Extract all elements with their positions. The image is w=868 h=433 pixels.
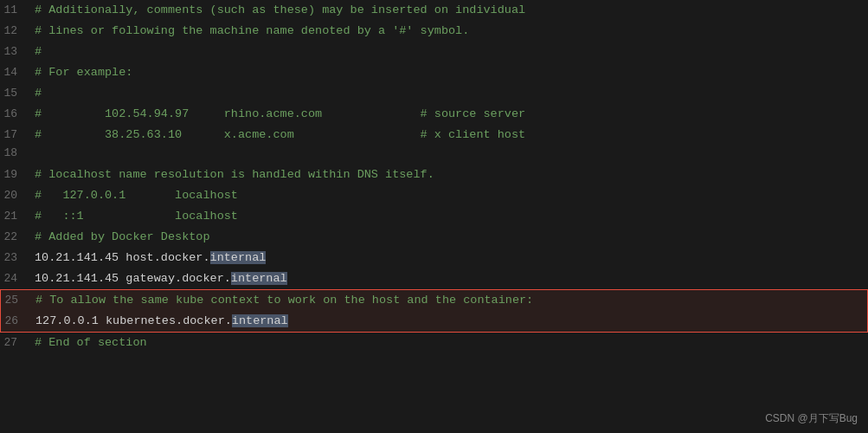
code-line-21: 21 # ::1 localhost (0, 206, 868, 227)
line-number-15: 15 (0, 87, 30, 100)
line-number-20: 20 (0, 189, 30, 202)
line-number-14: 14 (0, 66, 30, 79)
line-number-23: 23 (0, 251, 30, 264)
code-line-23: 23 10.21.141.45 host.docker.internal (0, 248, 868, 268)
code-line-15: 15 # (0, 83, 868, 104)
line-content-22: # Added by Docker Desktop (30, 228, 868, 247)
code-line-20: 20 # 127.0.0.1 localhost (0, 185, 868, 206)
line-content-25: # To allow the same kube context to work… (31, 291, 867, 310)
code-editor: 11 # Additionally, comments (such as the… (0, 0, 868, 433)
line-content-17: # 38.25.63.10 x.acme.com # x client host (30, 126, 868, 145)
line-content-16: # 102.54.94.97 rhino.acme.com # source s… (30, 105, 868, 124)
code-line-24: 24 10.21.141.45 gateway.docker.internal (0, 268, 868, 289)
line-number-17: 17 (0, 128, 30, 141)
line-number-27: 27 (0, 336, 30, 349)
line-number-18: 18 (0, 146, 30, 159)
line-number-12: 12 (0, 24, 30, 37)
code-line-22: 22 # Added by Docker Desktop (0, 227, 868, 248)
line-content-19: # localhost name resolution is handled w… (30, 165, 868, 184)
code-line-13: 13 # (0, 42, 868, 62)
code-line-17: 17 # 38.25.63.10 x.acme.com # x client h… (0, 125, 868, 145)
line-number-11: 11 (0, 3, 30, 16)
internal-highlight-24: internal (231, 272, 287, 285)
line-number-13: 13 (0, 45, 30, 58)
code-line-25: 25 # To allow the same kube context to w… (0, 289, 868, 311)
line-content-27: # End of section (30, 333, 868, 352)
code-line-27: 27 # End of section (0, 333, 868, 353)
code-line-14: 14 # For example: (0, 62, 868, 83)
ip-text-26: 127.0.0.1 kubernetes.docker. (35, 314, 232, 327)
line-content-11: # Additionally, comments (such as these)… (30, 1, 868, 20)
line-number-26: 26 (1, 314, 31, 327)
ip-text-23: 10.21.141.45 host.docker. (35, 251, 210, 264)
line-content-26: 127.0.0.1 kubernetes.docker.internal (31, 312, 867, 331)
line-content-14: # For example: (30, 63, 868, 82)
line-content-21: # ::1 localhost (30, 207, 868, 226)
line-number-24: 24 (0, 272, 30, 285)
ip-text-24: 10.21.141.45 gateway.docker. (35, 272, 231, 285)
line-number-22: 22 (0, 230, 30, 243)
line-content-13: # (30, 42, 868, 61)
line-content-15: # (30, 84, 868, 103)
line-number-21: 21 (0, 210, 30, 223)
code-line-12: 12 # lines or following the machine name… (0, 21, 868, 42)
watermark: CSDN @月下写Bug (765, 411, 858, 426)
line-number-25: 25 (1, 294, 31, 307)
line-number-16: 16 (0, 107, 30, 120)
code-line-26: 26 127.0.0.1 kubernetes.docker.internal (0, 311, 868, 333)
code-line-18: 18 (0, 145, 868, 165)
code-line-19: 19 # localhost name resolution is handle… (0, 165, 868, 185)
line-content-24: 10.21.141.45 gateway.docker.internal (30, 269, 868, 288)
line-content-23: 10.21.141.45 host.docker.internal (30, 249, 868, 268)
line-content-20: # 127.0.0.1 localhost (30, 186, 868, 205)
line-number-19: 19 (0, 168, 30, 181)
internal-highlight-23: internal (210, 251, 267, 264)
internal-highlight-26: internal (232, 314, 288, 327)
line-content-12: # lines or following the machine name de… (30, 22, 868, 41)
code-line-16: 16 # 102.54.94.97 rhino.acme.com # sourc… (0, 104, 868, 125)
code-line-11: 11 # Additionally, comments (such as the… (0, 0, 868, 21)
